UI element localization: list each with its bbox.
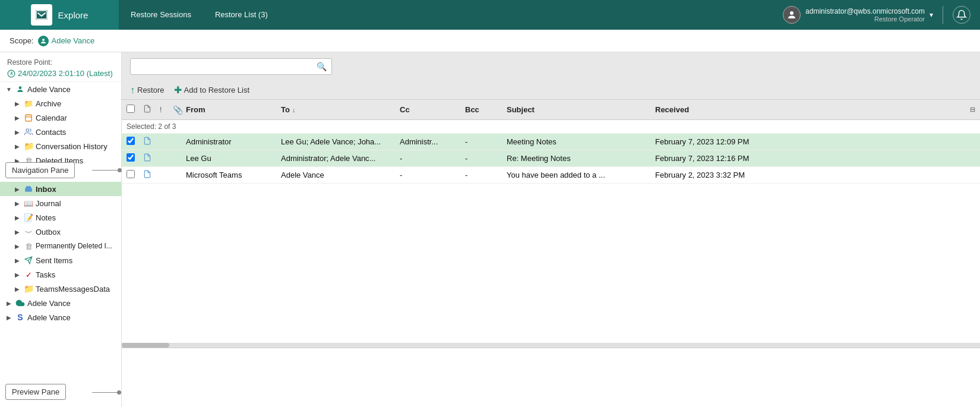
chevron-icon: ▶ [13,228,21,236]
th-cc[interactable]: Cc [400,105,465,114]
td-checkbox-3[interactable] [127,170,143,180]
restore-button[interactable]: ↑ Restore [130,85,165,96]
folder-icon: 📁 [24,141,33,151]
table-row[interactable]: Lee Gu Administrator; Adele Vanc... - - … [122,150,980,167]
content-hscroll-track[interactable] [122,343,980,348]
user-info[interactable]: administrator@qwbs.onmicrosoft.com Resto… [783,6,933,24]
table-row[interactable]: Microsoft Teams Adele Vance - - You have… [122,167,980,184]
th-attach: 📎 [173,105,186,115]
td-bcc-3: - [465,171,507,179]
add-to-restore-list-button[interactable]: ✚ Add to Restore List [174,84,250,96]
tree-item-archive[interactable]: ▶ 📁 Archive [0,96,121,111]
row-checkbox-1[interactable] [127,137,135,145]
tree-label-tasks: Tasks [36,270,55,279]
tree-item-drafts[interactable]: ▶ Drafts [0,168,121,182]
search-bar-section: 🔍 [122,52,980,81]
th-from[interactable]: From [186,105,281,114]
row-checkbox-2[interactable] [127,153,135,162]
inbox-icon [24,184,33,194]
nav-restore-list[interactable]: Restore List (3) [203,0,280,30]
search-input-wrap[interactable]: 🔍 [130,58,332,75]
content-hscroll-thumb[interactable] [122,343,169,348]
tree-item-contacts[interactable]: ▶ Contacts [0,125,121,139]
cloud-icon [15,298,25,308]
tree-label-contacts: Contacts [36,128,66,137]
trash-icon: 🗑 [24,156,33,165]
th-extra-columns[interactable]: ⊟ [762,106,975,113]
th-bcc[interactable]: Bcc [465,105,507,114]
restore-label: Restore [137,86,165,94]
restore-point-date: 24/02/2023 2:01:10 (Latest) [18,69,113,78]
notes-icon: 📝 [24,213,33,222]
tree-item-outbox[interactable]: ▶ Outbox [0,225,121,239]
select-all-checkbox[interactable] [127,105,135,113]
tree-item-deleted-items[interactable]: ▶ 🗑 Deleted Items [0,153,121,168]
chevron-icon: ▶ [13,285,21,293]
archive-icon: 📁 [24,99,33,108]
tree-item-conv-history[interactable]: ▶ 📁 Conversation History [0,139,121,153]
search-icon[interactable]: 🔍 [317,62,327,71]
header-right: administrator@qwbs.onmicrosoft.com Resto… [783,6,980,24]
td-from-1: Administrator [186,137,281,146]
header: Explore Restore Sessions Restore List (3… [0,0,980,30]
user-avatar [783,6,801,24]
tree-item-adele-s[interactable]: ▶ S Adele Vance [0,310,121,324]
svg-point-10 [26,129,29,132]
chevron-icon: ▶ [13,156,21,165]
tree-item-journal[interactable]: ▶ 📖 Journal [0,196,121,210]
th-to-label: To [281,105,290,114]
tree-item-inbox[interactable]: ▶ Inbox [0,182,121,196]
tree-item-tasks[interactable]: ▶ ✓ Tasks [0,267,121,282]
chevron-icon: ▶ [13,199,21,207]
outbox-icon [24,227,33,236]
nav-restore-sessions[interactable]: Restore Sessions [119,0,203,30]
tree-item-adele-root[interactable]: ▼ Adele Vance [0,82,121,96]
header-nav: Restore Sessions Restore List (3) [119,0,280,30]
calendar-icon [24,113,33,122]
add-to-restore-label: Add to Restore List [184,86,250,94]
tree-item-perm-deleted[interactable]: ▶ 🗑 Permanently Deleted I... [0,239,121,253]
table-row[interactable]: Administrator Lee Gu; Adele Vance; Joha.… [122,134,980,150]
th-received[interactable]: Received [655,105,762,114]
row-checkbox-3[interactable] [127,170,135,178]
td-checkbox-2[interactable] [127,153,143,163]
chevron-icon: ▶ [13,113,21,122]
svg-rect-0 [36,10,48,20]
folder-tree: ▼ Adele Vance ▶ 📁 Archive ▶ [0,82,121,407]
svg-point-2 [790,11,794,15]
preview-area [122,348,980,407]
td-checkbox-1[interactable] [127,137,143,147]
add-icon: ✚ [174,84,182,96]
scope-user-link[interactable]: Adele Vance [51,36,94,45]
tree-item-sent-items[interactable]: ▶ Sent Items [0,253,121,267]
tree-label-adele-root: Adele Vance [27,85,71,94]
chevron-icon: ▶ [13,270,21,279]
journal-icon: 📖 [24,198,33,208]
notifications-bell[interactable] [953,6,970,24]
tree-item-notes[interactable]: ▶ 📝 Notes [0,210,121,225]
td-received-1: February 7, 2023 12:09 PM [655,137,762,146]
td-from-2: Lee Gu [186,154,281,163]
tree-item-calendar[interactable]: ▶ Calendar [0,111,121,125]
td-cc-2: - [400,154,465,163]
tasks-icon: ✓ [24,270,33,279]
search-input[interactable] [135,62,317,71]
chevron-icon: ▶ [5,313,13,321]
td-from-3: Microsoft Teams [186,171,281,179]
tree-label-teams-data: TeamsMessagesData [36,285,110,294]
tree-item-teams-data[interactable]: ▶ 📁 TeamsMessagesData [0,282,121,296]
tree-label-notes: Notes [36,213,56,222]
restore-point-label: Restore Point: [7,58,114,67]
td-received-3: February 2, 2023 3:32 PM [655,171,762,179]
user-email: administrator@qwbs.onmicrosoft.com [805,7,925,15]
restore-point-value[interactable]: 24/02/2023 2:01:10 (Latest) [7,69,114,78]
drafts-icon [24,170,33,179]
th-subject[interactable]: Subject [507,105,655,114]
tree-label-deleted-items: Deleted Items [36,156,83,165]
restore-point-section: Restore Point: 24/02/2023 2:01:10 (Lates… [0,52,121,82]
th-to[interactable]: To ↓ [281,105,400,114]
chevron-icon: ▶ [13,171,21,179]
td-bcc-2: - [465,154,507,163]
tree-label-adele-s: Adele Vance [27,313,71,322]
tree-item-adele-cloud[interactable]: ▶ Adele Vance [0,296,121,310]
